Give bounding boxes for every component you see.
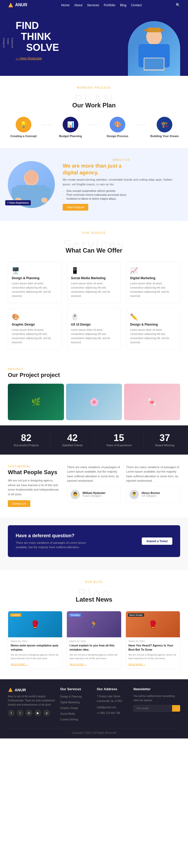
footer-services-heading: Our Services [60,687,91,691]
services-section: OUR SERVICE Services What Can We Offer 🖥… [0,221,188,360]
hero-line3: Solve [26,42,59,53]
projects-section: Project Our Project project 🌿 🌸 🍬 [0,360,188,425]
blog-content-3: March 20, 2024 Have You Heard? Agency Is… [126,637,180,669]
footer-street-address: 7 Green Lake Street Leachsville, AL 4735… [97,694,128,704]
blog-read-more-1[interactable]: READ MORE → [11,663,28,666]
footer-link-digital[interactable]: Digital Marketing [60,701,79,704]
footer-link-social[interactable]: Social Media [60,712,75,715]
service-icon-6: ✏️ [130,313,176,320]
nav-contact[interactable]: Contact [131,3,142,7]
blog-read-more-3[interactable]: READ MORE → [129,663,146,666]
service-desc-6: Lorem ipsum dolor sit amet, consectetur … [130,328,176,345]
stat-projects-label: Successful Projects [14,444,38,447]
about-section: 7 Years Experience ABOUT US We are more … [0,148,188,221]
testimonial-avatar-2: 👨‍💼 [130,490,139,499]
svg-rect-8 [144,58,164,69]
about-list-item-1: Quis suscipit suspendisse ultrices genes… [63,189,180,193]
testimonial-quote-1: There are many variations of passages of… [67,465,121,483]
blog-read-more-2[interactable]: READ MORE → [70,663,87,666]
service-icon-3: 📈 [130,267,176,274]
nav-services[interactable]: Services [87,3,99,7]
blog-post-title-3: Have You Heard? Agency Is Your Best Bet … [129,644,177,652]
social-icon-linkedin[interactable]: in [26,710,32,716]
blog-post-title-1: Nemo anim ipsum voluptatem quia voluptas… [11,644,59,652]
service-icon-4: 🎨 [12,313,58,320]
hero-cta-button[interactable]: — View Showcase [16,57,42,60]
testimonial-quote-2: There are many variations of passages of… [126,465,180,483]
testimonial-inner: TESTIMONIAL What People Says We are not … [8,465,180,507]
project-section-title: Our Project project [8,372,180,378]
newsletter-email-input[interactable] [133,705,172,712]
cta-text: Have a deferent question? There are many… [16,533,94,549]
service-desc-5: Lorem ipsum dolor sit amet, consectetur … [71,328,117,345]
testimonial-title: What People Says [8,469,62,476]
blog-image-3: Basic Design 🥊 [126,611,180,637]
step-icon-building: 🏗️ [157,117,172,132]
blog-desc-1: We are not just a designing agency, wher… [11,653,59,660]
project-item-2[interactable]: 🌸 [66,384,122,420]
testimonial-description: We are not just a designing agency, wher… [8,478,62,497]
social-facebook: Facebook [11,38,14,48]
footer-address: 7 Green Lake Street Leachsville, AL 4735… [97,694,128,715]
footer-link-design[interactable]: Design & Planning [60,695,81,698]
service-icon-2: 📱 [71,267,117,274]
social-instagram: Instagram [3,38,5,48]
cta-wrapper: Have a deferent question? There are many… [0,518,188,570]
hero-person-svg [132,24,176,76]
testimonial-role-1: Fusion Designer [82,494,106,497]
testimonial-section: TESTIMONIAL What People Says We are not … [0,455,188,518]
about-title1: We are more than just a [63,163,122,169]
svg-marker-16 [8,688,12,692]
step-label-building: Building Your Dream [151,134,179,137]
blog-desc-3: We are not just a designing agency, wher… [129,653,177,660]
blog-date-2: March 20, 2024 [70,640,118,643]
project-item-1[interactable]: 🌿 [8,384,64,420]
contact-us-button[interactable]: Contact Us [8,500,30,507]
social-icon-twitter[interactable]: t [17,710,24,716]
about-label: ABOUT US [63,158,180,161]
nav-home[interactable]: Home [61,3,70,7]
blog-grid: Content 🥊 March 20, 2024 Nemo anim ipsum… [8,611,180,669]
blog-section: OUR BLOG Blog Latest News Content 🥊 Marc… [0,570,188,679]
newsletter-submit-button[interactable]: → [172,705,180,712]
view-projects-button[interactable]: View Projects [63,204,88,211]
submit-ticket-button[interactable]: Submit a Ticket [142,537,172,545]
work-step-3: 🎨 Design Process [102,117,133,137]
work-plan-title: Our Work Plan [8,102,180,109]
project-visual-1: 🌿 [8,384,64,420]
project-item-3[interactable]: 🍬 [124,384,180,420]
testimonial-person-info-2: Henry Burton UX Designer [141,491,160,497]
newsletter-input-group: → [133,705,180,712]
search-icon[interactable]: 🔍 [176,3,180,7]
nav-links: Home About Services Portfolio Blog Conta… [61,3,142,7]
svg-rect-13 [46,187,51,200]
nav-blog[interactable]: Blog [120,3,126,7]
social-icon-youtube[interactable]: ▶ [34,710,41,716]
hero-line2: Think [21,31,59,42]
service-card-2: 📱 Social Media Marketing Lorem ipsum dol… [67,262,121,303]
footer-grid: ANUR Anur is one of the world's largest … [8,687,180,723]
stat-projects-number: 82 [14,433,38,443]
footer-link-graphic[interactable]: Graphic Design [60,707,78,710]
social-icon-pinterest[interactable]: p [43,710,50,716]
testimonial-name-1: William Nylander [82,491,106,494]
service-title-5: UX UI Design [71,323,117,327]
blog-badge-1: Content [10,613,21,617]
blog-image-1: Content 🥊 [8,611,62,637]
service-desc-1: Lorem ipsum dolor sit amet, consectetur … [12,281,58,298]
work-step-2: 📊 Budget Planning [55,117,86,137]
social-icon-facebook[interactable]: f [8,710,15,716]
service-title-2: Social Media Marketing [71,276,117,280]
step-connector-2 [89,125,99,125]
copyright-text: Copyright ©2024 | All Rights Reserved [72,732,116,734]
nav-portfolio[interactable]: Portfolio [104,3,115,7]
footer-newsletter-heading: Newsletter [133,687,180,691]
stat-clients-label: Satisfied Clients [62,444,83,447]
footer-description: Anur is one of the world's largest Profe… [8,694,55,707]
footer-copyright: Copyright ©2024 | All Rights Reserved [8,728,180,734]
footer-about: ANUR Anur is one of the world's largest … [8,687,55,723]
nav-about[interactable]: About [74,3,82,7]
footer-link-content[interactable]: Content Writing [60,718,78,721]
cta-title: Have a deferent question? [16,533,94,538]
step-connector-3 [136,125,146,125]
